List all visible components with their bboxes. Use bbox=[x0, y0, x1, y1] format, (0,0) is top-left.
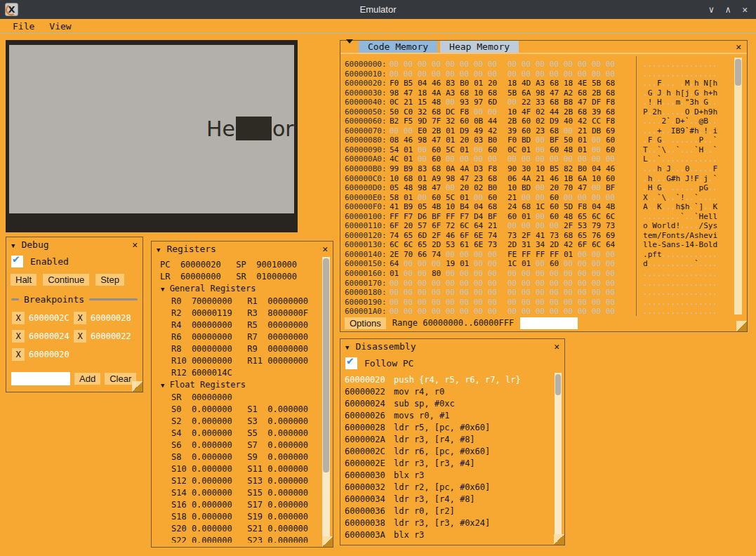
hex-address: 60000020: bbox=[345, 79, 390, 88]
hex-byte: 00 bbox=[460, 250, 474, 260]
ascii-char bbox=[675, 79, 680, 88]
hex-byte: 00 bbox=[508, 298, 522, 307]
breakpoint-row: X60000024X60000022 bbox=[12, 330, 142, 343]
hex-byte: 48 bbox=[564, 212, 578, 222]
hex-byte: DC bbox=[446, 107, 460, 117]
options-button[interactable]: Options bbox=[345, 317, 386, 329]
scrollbar-thumb[interactable] bbox=[735, 59, 741, 86]
hex-byte: 00 bbox=[536, 60, 550, 70]
collapse-arrow-icon[interactable] bbox=[11, 239, 15, 250]
hex-ascii: d..........`.... bbox=[643, 259, 717, 269]
resize-grip[interactable] bbox=[132, 381, 142, 392]
breakpoint-address: 60000022 bbox=[91, 331, 131, 341]
ascii-char: . bbox=[643, 70, 648, 79]
hex-byte: 68 bbox=[432, 164, 446, 174]
hex-byte: 21 bbox=[536, 174, 550, 184]
close-icon[interactable] bbox=[132, 240, 138, 249]
registers-panel: Registers PC 60000020 SP 90010000LR 6000… bbox=[151, 241, 333, 548]
remove-breakpoint-button[interactable]: X bbox=[12, 330, 25, 343]
collapse-arrow-icon[interactable] bbox=[157, 244, 160, 254]
hex-byte: 00 bbox=[488, 107, 502, 117]
hex-byte: 10 bbox=[446, 202, 460, 212]
ascii-char: . bbox=[712, 154, 717, 164]
remove-breakpoint-button[interactable]: X bbox=[12, 312, 25, 324]
resize-grip[interactable] bbox=[322, 536, 333, 547]
scrollbar-thumb[interactable] bbox=[323, 258, 329, 472]
close-icon[interactable] bbox=[554, 342, 559, 351]
register-row: S2 0.000000 S3 0.000000 bbox=[152, 416, 320, 428]
hex-byte: BD bbox=[522, 183, 536, 193]
tab-code-memory[interactable]: Code Memory bbox=[359, 41, 437, 53]
tab-heap-memory[interactable]: Heap Memory bbox=[440, 41, 519, 53]
hex-byte: 00 bbox=[578, 60, 592, 70]
register-row: S12 0.000000 S13 0.000000 bbox=[152, 475, 320, 487]
hex-byte: 01 bbox=[390, 269, 404, 279]
follow-pc-checkbox[interactable] bbox=[345, 357, 357, 369]
debug-panel-header[interactable]: Debug bbox=[6, 237, 142, 251]
hex-byte: 00 bbox=[390, 279, 404, 289]
breakpoint-address: 60000028 bbox=[91, 313, 131, 323]
hex-byte: 6E bbox=[474, 240, 488, 250]
close-icon[interactable] bbox=[322, 244, 328, 253]
scrollbar-thumb[interactable] bbox=[555, 374, 561, 395]
step-button[interactable]: Step bbox=[95, 274, 124, 286]
hex-byte: 00 bbox=[578, 193, 592, 203]
hex-byte: 00 bbox=[488, 250, 502, 260]
collapse-all-icon[interactable] bbox=[346, 44, 353, 54]
hex-byte: A3 bbox=[536, 79, 550, 88]
ascii-char: . bbox=[703, 193, 708, 202]
hex-byte: 83 bbox=[418, 164, 432, 174]
maximize-button[interactable]: ∧ bbox=[725, 4, 731, 15]
ascii-char: a bbox=[666, 240, 671, 249]
minimize-button[interactable]: ∨ bbox=[709, 4, 715, 15]
memory-scrollbar[interactable] bbox=[734, 58, 742, 315]
menu-item-view[interactable]: View bbox=[49, 21, 71, 32]
hex-byte: 00 bbox=[550, 60, 564, 70]
hex-byte: BF bbox=[606, 183, 620, 193]
hex-byte: F0 bbox=[508, 135, 522, 145]
registers-scrollbar[interactable] bbox=[322, 257, 330, 538]
ascii-char: . bbox=[694, 60, 699, 69]
ascii-char: . bbox=[652, 60, 657, 69]
breakpoint-address-input[interactable] bbox=[11, 372, 70, 385]
hex-byte: 00 bbox=[606, 70, 620, 79]
hex-byte: 21 bbox=[578, 126, 592, 136]
register-row: S8 0.000000 S9 0.000000 bbox=[152, 451, 320, 463]
resize-grip[interactable] bbox=[554, 534, 564, 545]
hex-byte: 00 bbox=[446, 250, 460, 260]
hex-byte: 20 bbox=[404, 221, 418, 231]
hex-byte: 66 bbox=[418, 250, 432, 260]
hex-byte: 00 bbox=[564, 193, 578, 203]
titlebar[interactable]: X Emulator ∨∧✕ bbox=[0, 0, 756, 19]
memory-goto-input[interactable] bbox=[520, 317, 578, 329]
close-button[interactable]: ✕ bbox=[742, 4, 748, 15]
registers-panel-header[interactable]: Registers bbox=[152, 241, 333, 256]
ascii-char: . bbox=[652, 88, 657, 98]
remove-breakpoint-button[interactable]: X bbox=[74, 330, 86, 343]
close-icon[interactable] bbox=[736, 42, 741, 51]
disasm-address: 60000020 bbox=[345, 374, 394, 386]
hex-byte: 00 bbox=[404, 60, 418, 70]
register-row: S6 0.000000 S7 0.000000 bbox=[152, 439, 320, 451]
register-section-header[interactable]: General Registers bbox=[152, 283, 320, 296]
halt-button[interactable]: Halt bbox=[11, 274, 37, 286]
hex-byte: 00 bbox=[592, 259, 606, 269]
remove-breakpoint-button[interactable]: X bbox=[12, 348, 25, 361]
collapse-arrow-icon[interactable] bbox=[161, 380, 164, 390]
collapse-arrow-icon[interactable] bbox=[161, 284, 164, 293]
register-section-header[interactable]: Float Registers bbox=[152, 379, 320, 392]
resize-grip[interactable] bbox=[736, 321, 747, 331]
disassembly-panel-header[interactable]: Disassembly bbox=[340, 339, 564, 353]
remove-breakpoint-button[interactable]: X bbox=[74, 312, 86, 324]
add-breakpoint-button[interactable]: Add bbox=[74, 373, 100, 385]
hex-byte: 68 bbox=[606, 79, 620, 88]
disassembly-scrollbar[interactable] bbox=[555, 373, 562, 541]
continue-button[interactable]: Continue bbox=[43, 274, 89, 286]
ascii-char: 3 bbox=[689, 98, 694, 107]
enabled-checkbox[interactable] bbox=[11, 256, 23, 267]
glitch-text: or bbox=[272, 117, 294, 141]
hex-row: 60000090:540100605C0100600C0100604801006… bbox=[345, 145, 733, 155]
menu-item-file[interactable]: File bbox=[13, 21, 34, 32]
collapse-arrow-icon[interactable] bbox=[345, 341, 349, 352]
hex-byte: 00 bbox=[488, 154, 502, 164]
